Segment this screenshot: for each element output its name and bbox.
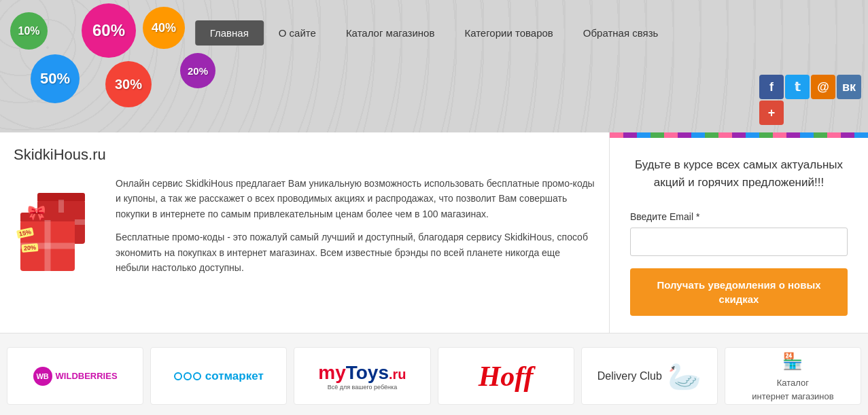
- badge-30: 30%: [105, 61, 152, 107]
- discount-badges: 60% 10% 40% 50% 30% 20%: [0, 0, 211, 132]
- store-delivery-club[interactable]: Delivery Club 🦢: [581, 347, 718, 405]
- left-section: SkidkiHous.ru: [0, 132, 610, 333]
- newsletter-section: Будьте в курсе всех самых актуальных акц…: [610, 132, 868, 333]
- email-icon[interactable]: @: [811, 75, 835, 99]
- newsletter-title: Будьте в курсе всех самых актуальных акц…: [630, 156, 848, 191]
- badge-10: 10%: [10, 12, 48, 50]
- vk-icon[interactable]: вк: [837, 75, 861, 99]
- hoff-logo: Hoff: [479, 360, 534, 393]
- facebook-icon[interactable]: f: [759, 75, 784, 99]
- badge-60: 60%: [82, 3, 136, 58]
- catalog-label: Каталогинтернет магазинов: [752, 376, 834, 403]
- catalog-logo: 🏪 Каталогинтернет магазинов: [752, 349, 834, 403]
- content-text: Онлайн сервис SkidkiHous предлагает Вам …: [116, 176, 595, 283]
- nav-categories[interactable]: Категории товаров: [449, 20, 568, 46]
- stores-section: WB WILDBERRIES сотмаркет myToys.ru Всё д…: [0, 333, 868, 415]
- wb-icon: WB: [33, 367, 52, 386]
- main-nav: Главная О сайте Каталог магазинов Катего…: [195, 20, 674, 46]
- mytoys-my: myToys.ru: [318, 362, 406, 384]
- social-icons-group: f 𝕥 @ вк +: [759, 75, 861, 125]
- wildberries-logo: WB WILDBERRIES: [33, 367, 118, 386]
- subscribe-button[interactable]: Получать уведомления о новых скидках: [630, 268, 848, 316]
- dc-label: Delivery Club: [597, 370, 662, 382]
- twitter-icon[interactable]: 𝕥: [785, 75, 810, 99]
- hero-section: 60% 10% 40% 50% 30% 20% Главная О сайте …: [0, 0, 868, 132]
- ostrich-icon: 🦢: [667, 363, 701, 390]
- store-wildberries[interactable]: WB WILDBERRIES: [7, 347, 143, 405]
- badge-40: 40%: [143, 7, 185, 49]
- badge-50: 50%: [31, 54, 80, 103]
- email-input[interactable]: [630, 228, 848, 256]
- content-paragraph-2: Бесплатные промо-коды - это пожалуй самы…: [116, 230, 595, 275]
- content-row: 🎀 20% 15% Онлайн сервис SkidkiHous предл…: [14, 176, 595, 283]
- store-hoff[interactable]: Hoff: [438, 347, 574, 405]
- sot-label: сотмаркет: [205, 369, 264, 383]
- email-label: Введите Email *: [630, 211, 848, 222]
- store-sotmarket[interactable]: сотмаркет: [150, 347, 287, 405]
- nav-about[interactable]: О сайте: [264, 20, 331, 46]
- store-mytoys[interactable]: myToys.ru Всё для вашего ребёнка: [294, 347, 430, 405]
- nav-catalog[interactable]: Каталог магазинов: [331, 20, 450, 46]
- delivery-club-logo: Delivery Club 🦢: [597, 363, 701, 390]
- mytoys-logo: myToys.ru Всё для вашего ребёнка: [318, 362, 406, 391]
- sotmarket-logo: сотмаркет: [174, 369, 264, 383]
- catalog-icon: 🏪: [752, 349, 834, 374]
- mytoys-sub: Всё для вашего ребёнка: [318, 384, 406, 391]
- site-title: SkidkiHous.ru: [14, 146, 595, 164]
- content-paragraph-1: Онлайн сервис SkidkiHous предлагает Вам …: [116, 176, 595, 221]
- badge-20: 20%: [180, 53, 215, 88]
- googleplus-icon[interactable]: +: [759, 101, 784, 125]
- main-content: SkidkiHous.ru: [0, 132, 868, 333]
- store-catalog[interactable]: 🏪 Каталогинтернет магазинов: [725, 347, 861, 405]
- gift-image: 🎀 20% 15%: [14, 176, 102, 271]
- nav-home[interactable]: Главная: [195, 20, 264, 46]
- nav-feedback[interactable]: Обратная связь: [568, 20, 674, 46]
- wb-label: WILDBERRIES: [56, 371, 118, 381]
- sot-icon: [174, 372, 201, 380]
